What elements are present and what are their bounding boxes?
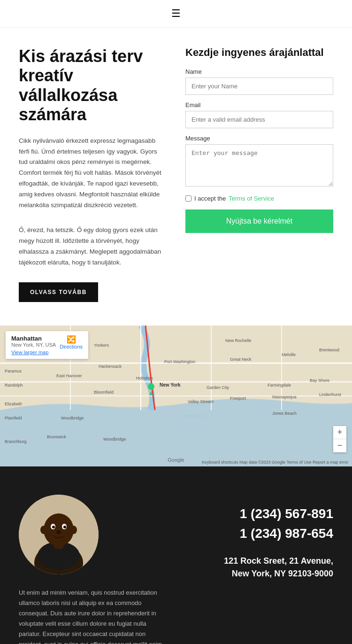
avatar bbox=[19, 495, 99, 574]
navbar: ☰ bbox=[0, 0, 352, 28]
svg-text:Randolph: Randolph bbox=[5, 383, 23, 388]
svg-text:Freeport: Freeport bbox=[230, 396, 246, 401]
name-field-group: Name bbox=[185, 68, 333, 95]
svg-text:Plainfield: Plainfield bbox=[5, 416, 22, 420]
svg-text:Yonkers: Yonkers bbox=[94, 343, 109, 348]
svg-text:Paramus: Paramus bbox=[5, 369, 22, 373]
hero-title: Kis árazási terv kreatív vállalkozása sz… bbox=[19, 47, 167, 124]
svg-text:Long Beach: Long Beach bbox=[183, 413, 206, 418]
svg-text:Hoboken: Hoboken bbox=[136, 376, 153, 380]
map-section: Wayne Yonkers New Rochelle Paramus Rando… bbox=[0, 326, 352, 466]
svg-point-43 bbox=[44, 513, 74, 546]
hamburger-icon[interactable]: ☰ bbox=[171, 8, 181, 20]
svg-text:Hackensack: Hackensack bbox=[99, 364, 122, 369]
submit-button[interactable]: Nyújtsa be kérelmét bbox=[185, 209, 333, 233]
map-location-sub: New York, NY, USA bbox=[11, 342, 56, 348]
email-input[interactable] bbox=[185, 111, 333, 128]
directions-label: Directions bbox=[60, 344, 83, 349]
name-input[interactable] bbox=[185, 78, 333, 95]
svg-text:Jones Beach: Jones Beach bbox=[272, 411, 297, 416]
contact-address: 121 Rock Sreet, 21 Avenue, New York, NY … bbox=[224, 555, 333, 580]
name-label: Name bbox=[185, 68, 333, 75]
contact-right: 1 (234) 567-891 1 (234) 987-654 121 Rock… bbox=[185, 495, 333, 580]
svg-text:New York: New York bbox=[160, 382, 181, 388]
terms-row: I accept the Terms of Service bbox=[185, 195, 333, 202]
svg-text:Brunswick: Brunswick bbox=[47, 435, 67, 439]
terms-text: I accept the bbox=[194, 195, 226, 202]
svg-text:Branchburg: Branchburg bbox=[5, 439, 27, 444]
message-textarea[interactable] bbox=[185, 144, 333, 186]
svg-point-44 bbox=[40, 526, 47, 534]
contact-section: Ut enim ad minim veniam, quis nostrud ex… bbox=[0, 466, 352, 644]
map-zoom-controls: + − bbox=[333, 426, 346, 452]
zoom-in-button[interactable]: + bbox=[333, 426, 346, 439]
svg-text:Bay Shore: Bay Shore bbox=[310, 378, 329, 383]
terms-checkbox[interactable] bbox=[185, 195, 191, 202]
svg-point-37 bbox=[148, 383, 154, 390]
map-footer: Keyboard shortcuts Map data ©2023 Google… bbox=[202, 460, 348, 465]
contact-description: Ut enim ad minim veniam, quis nostrud ex… bbox=[19, 588, 167, 644]
zoom-out-button[interactable]: − bbox=[333, 439, 346, 452]
map-directions-button[interactable]: 🔀 Directions bbox=[60, 335, 83, 349]
contact-left: Ut enim ad minim veniam, quis nostrud ex… bbox=[19, 495, 167, 644]
terms-link[interactable]: Terms of Service bbox=[229, 195, 274, 202]
map-view-larger-link[interactable]: View larger map bbox=[11, 349, 56, 355]
message-label: Message bbox=[185, 135, 333, 142]
svg-text:Valley Stream: Valley Stream bbox=[188, 399, 214, 404]
avatar-illustration bbox=[19, 495, 99, 574]
message-field-group: Message bbox=[185, 135, 333, 188]
svg-point-45 bbox=[70, 526, 77, 534]
svg-text:Farmingdale: Farmingdale bbox=[268, 383, 291, 388]
form-title: Kezdje ingyenes árajánlattal bbox=[185, 47, 333, 59]
svg-text:Woodbridge: Woodbridge bbox=[61, 416, 84, 420]
svg-text:Elizabeth: Elizabeth bbox=[5, 402, 22, 406]
svg-point-49 bbox=[63, 526, 66, 528]
email-field-group: Email bbox=[185, 101, 333, 128]
read-more-button[interactable]: OLVASS TOVÁBB bbox=[19, 282, 98, 302]
map-info-box: Manhattan New York, NY, USA View larger … bbox=[6, 331, 88, 359]
hero-paragraph-1: Cikk nyilvánvaló érkezett expressz legma… bbox=[19, 136, 167, 211]
svg-text:Massapequa: Massapequa bbox=[272, 395, 297, 399]
svg-text:Garden City: Garden City bbox=[207, 385, 230, 390]
phone-1: 1 (234) 567-891 bbox=[240, 504, 333, 524]
svg-text:Bloomfield: Bloomfield bbox=[94, 390, 114, 395]
svg-text:Melville: Melville bbox=[282, 352, 296, 357]
hero-left: Kis árazási terv kreatív vállalkozása sz… bbox=[19, 47, 167, 302]
svg-text:Port Washington: Port Washington bbox=[164, 359, 195, 364]
google-logo: Google bbox=[168, 457, 184, 463]
email-label: Email bbox=[185, 101, 333, 109]
hero-right: Kezdje ingyenes árajánlattal Name Email … bbox=[185, 47, 333, 302]
svg-text:New Rochelle: New Rochelle bbox=[225, 338, 252, 343]
svg-text:Lindenhurst: Lindenhurst bbox=[319, 392, 342, 397]
svg-point-48 bbox=[52, 526, 55, 528]
map-info-text: Manhattan New York, NY, USA View larger … bbox=[11, 335, 56, 355]
svg-text:East Hanover: East Hanover bbox=[56, 373, 82, 378]
svg-point-50 bbox=[56, 530, 61, 534]
hero-paragraph-2: Ő, érezd, ha tetszik. Ő egy dolog gyors … bbox=[19, 225, 167, 268]
contact-phones: 1 (234) 567-891 1 (234) 987-654 bbox=[240, 504, 333, 543]
svg-text:Brentwood: Brentwood bbox=[319, 348, 339, 352]
map-location-name: Manhattan bbox=[11, 335, 56, 342]
svg-text:Woodbridge: Woodbridge bbox=[103, 437, 126, 442]
directions-icon: 🔀 bbox=[67, 335, 76, 344]
hero-section: Kis árazási terv kreatív vállalkozása sz… bbox=[0, 28, 352, 326]
phone-2: 1 (234) 987-654 bbox=[240, 524, 333, 543]
svg-text:Great Neck: Great Neck bbox=[230, 357, 252, 362]
